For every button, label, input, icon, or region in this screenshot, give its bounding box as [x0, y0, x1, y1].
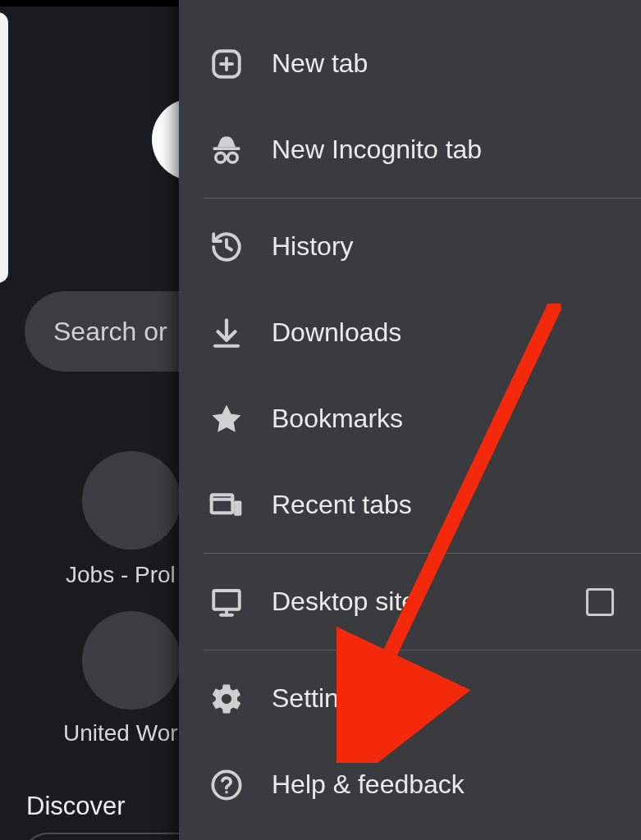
menu-label: History: [272, 231, 354, 262]
menu-item-incognito[interactable]: New Incognito tab: [179, 107, 641, 193]
incognito-icon: [208, 132, 245, 168]
menu-item-new-tab[interactable]: New tab: [179, 21, 641, 107]
menu-label: Settings: [272, 683, 367, 714]
svg-rect-12: [213, 591, 240, 609]
menu-label: Help & feedback: [272, 769, 465, 800]
star-icon: [208, 402, 245, 436]
edge-panel: [0, 12, 8, 283]
menu-label: New tab: [272, 48, 368, 79]
menu-label: Desktop site: [272, 587, 416, 617]
svg-point-16: [225, 791, 228, 794]
menu-item-recent-tabs[interactable]: Recent tabs: [179, 462, 641, 548]
menu-label: Bookmarks: [272, 404, 403, 434]
shortcut-tile-1[interactable]: [82, 451, 181, 550]
shortcut-label-1: Jobs - Prol: [66, 562, 176, 588]
menu-item-history[interactable]: History: [179, 203, 641, 290]
menu-item-downloads[interactable]: Downloads: [179, 290, 641, 376]
desktop-icon: [208, 585, 245, 619]
menu-item-bookmarks[interactable]: Bookmarks: [179, 376, 641, 462]
svg-rect-11: [234, 500, 241, 515]
menu-divider: [204, 553, 641, 554]
help-icon: [208, 768, 245, 802]
menu-item-settings[interactable]: Settings: [179, 655, 641, 742]
shortcut-label-2: United Wor: [63, 720, 178, 746]
search-placeholder: Search or: [53, 317, 167, 347]
menu-divider: [204, 198, 641, 199]
svg-point-4: [216, 153, 226, 162]
svg-point-5: [227, 153, 237, 162]
svg-rect-9: [212, 495, 233, 513]
svg-marker-8: [213, 404, 241, 431]
gear-icon: [208, 682, 245, 716]
svg-rect-3: [213, 147, 240, 150]
menu-label: Downloads: [272, 317, 401, 348]
discover-heading: Discover: [26, 792, 126, 821]
menu-label: Recent tabs: [272, 490, 412, 520]
download-icon: [208, 316, 245, 350]
plus-square-icon: [208, 47, 245, 81]
overflow-menu: New tab New Incognito tab History Downlo…: [179, 0, 641, 840]
shortcut-tile-2[interactable]: [82, 611, 181, 710]
devices-icon: [208, 487, 245, 523]
menu-label: New Incognito tab: [272, 135, 482, 165]
history-icon: [208, 230, 245, 264]
menu-item-desktop-site[interactable]: Desktop site: [179, 559, 641, 645]
menu-divider: [204, 650, 641, 651]
desktop-site-checkbox[interactable]: [586, 588, 614, 616]
menu-item-help[interactable]: Help & feedback: [179, 742, 641, 828]
